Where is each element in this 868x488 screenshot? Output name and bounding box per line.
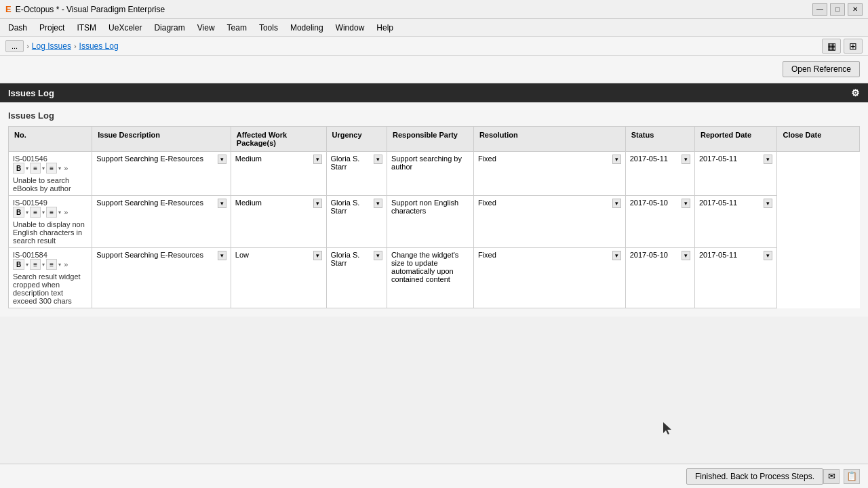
expand-btn[interactable]: » <box>62 164 69 172</box>
cell-affected-2: Support Searching E-Resources▾ <box>92 248 231 308</box>
close-date-value: 2017-05-11 <box>699 199 737 207</box>
breadcrumb-issues-log[interactable]: Issues Log <box>79 41 119 51</box>
table-body: IS-001546 B ▾ ≡ ▾ ≡ ▾ » Unable to search… <box>9 152 860 308</box>
status-dropdown[interactable]: ▾ <box>612 251 621 260</box>
urgency-value: Low <box>235 251 249 259</box>
cell-resolution-2: Change the widget's size to update autom… <box>387 248 474 308</box>
cell-responsible-0: Gloria S. Starr▾ <box>326 152 387 196</box>
menu-item-modeling[interactable]: Modeling <box>285 21 329 35</box>
menu-item-itsm[interactable]: ITSM <box>71 21 102 35</box>
affected-dropdown[interactable]: ▾ <box>218 199 226 208</box>
cell-urgency-1: Medium▾ <box>231 196 326 248</box>
close-date-dropdown[interactable]: ▾ <box>764 199 772 208</box>
breadcrumb-arrow-2: › <box>74 42 77 50</box>
issue-description[interactable]: Unable to display non English characters… <box>13 220 87 245</box>
close-date-value: 2017-05-11 <box>699 155 737 163</box>
cell-no-2: IS-001584 B ▾ ≡ ▾ ≡ ▾ » Search result wi… <box>9 248 92 308</box>
status-dropdown[interactable]: ▾ <box>612 155 621 164</box>
bold-btn[interactable]: B <box>13 259 24 270</box>
close-date-value: 2017-05-11 <box>699 251 737 259</box>
menu-item-diagram[interactable]: Diagram <box>149 21 190 35</box>
breadcrumb-bar: ... › Log Issues › Issues Log ▦ ⊞ <box>0 37 868 56</box>
menu-item-tools[interactable]: Tools <box>254 21 283 35</box>
cell-reported-date-0: 2017-05-11▾ <box>625 152 694 196</box>
format-toolbar: B ▾ ≡ ▾ ≡ ▾ » <box>13 259 87 270</box>
list-btn-2[interactable]: ≡ <box>46 163 57 174</box>
close-button[interactable]: ✕ <box>848 3 863 16</box>
svg-marker-0 <box>663 422 671 434</box>
responsible-dropdown[interactable]: ▾ <box>374 155 382 164</box>
responsible-value: Gloria S. Starr <box>331 251 372 267</box>
expand-btn[interactable]: » <box>62 208 69 216</box>
open-reference-button[interactable]: Open Reference <box>783 61 860 77</box>
email-icon[interactable]: ✉ <box>823 469 840 484</box>
list-btn-1[interactable]: ≡ <box>30 163 41 174</box>
issue-id: IS-001546 <box>13 155 87 163</box>
menu-item-window[interactable]: Window <box>330 21 370 35</box>
reported-date-dropdown[interactable]: ▾ <box>682 251 690 260</box>
breadcrumb-ellipsis[interactable]: ... <box>5 40 24 52</box>
col-header-close-date: Close Date <box>777 127 860 152</box>
issue-description[interactable]: Unable to search eBooks by author <box>13 176 87 192</box>
app-icon: E <box>5 4 12 14</box>
finished-button[interactable]: Finished. Back to Process Steps. <box>686 468 823 485</box>
status-value: Fixed <box>478 155 496 163</box>
menu-item-view[interactable]: View <box>192 21 220 35</box>
menu-item-team[interactable]: Team <box>222 21 252 35</box>
affected-dropdown[interactable]: ▾ <box>218 155 226 164</box>
titlebar: E E-Octopus * - Visual Paradigm Enterpri… <box>0 0 868 19</box>
responsible-dropdown[interactable]: ▾ <box>374 251 382 260</box>
menubar: DashProjectITSMUeXcelerDiagramViewTeamTo… <box>0 19 868 37</box>
bold-btn[interactable]: B <box>13 207 24 218</box>
cell-no-0: IS-001546 B ▾ ≡ ▾ ≡ ▾ » Unable to search… <box>9 152 92 196</box>
list-btn-1[interactable]: ≡ <box>30 259 41 270</box>
reported-date-dropdown[interactable]: ▾ <box>682 155 690 164</box>
list-btn-1[interactable]: ≡ <box>30 207 41 218</box>
col-header-responsible: Responsible Party <box>387 127 474 152</box>
urgency-value: Medium <box>235 155 262 163</box>
grid-view-icon[interactable]: ▦ <box>822 39 841 54</box>
maximize-button[interactable]: □ <box>830 3 845 16</box>
close-date-dropdown[interactable]: ▾ <box>764 251 772 260</box>
urgency-dropdown[interactable]: ▾ <box>313 155 322 164</box>
menu-item-uexceler[interactable]: UeXceler <box>103 21 147 35</box>
responsible-value: Gloria S. Starr <box>331 199 372 215</box>
reported-date-value: 2017-05-10 <box>630 199 668 207</box>
issue-id: IS-001549 <box>13 199 87 207</box>
issues-log-header-bar: Issues Log ⚙ <box>0 83 868 102</box>
table-row: IS-001546 B ▾ ≡ ▾ ≡ ▾ » Unable to search… <box>9 152 860 196</box>
affected-dropdown[interactable]: ▾ <box>218 251 226 260</box>
bold-btn[interactable]: B <box>13 163 24 174</box>
list-btn-2[interactable]: ≡ <box>46 259 57 270</box>
app-title: E-Octopus * - Visual Paradigm Enterprise <box>16 5 812 14</box>
issue-description[interactable]: Search result widget cropped when descri… <box>13 272 87 305</box>
main-content: Issues Log No. Issue Description Affecte… <box>0 102 868 317</box>
menu-item-dash[interactable]: Dash <box>3 21 33 35</box>
menu-item-help[interactable]: Help <box>371 21 399 35</box>
urgency-dropdown[interactable]: ▾ <box>313 251 322 260</box>
col-header-reported-date: Reported Date <box>694 127 776 152</box>
expand-btn[interactable]: » <box>62 260 69 268</box>
cell-reported-date-2: 2017-05-10▾ <box>625 248 694 308</box>
responsible-dropdown[interactable]: ▾ <box>374 199 382 208</box>
reported-date-dropdown[interactable]: ▾ <box>682 199 690 208</box>
breadcrumb-arrow-1: › <box>26 42 29 50</box>
list-btn-2[interactable]: ≡ <box>46 207 57 218</box>
layout-icon[interactable]: ⊞ <box>844 39 863 54</box>
breadcrumb-log-issues[interactable]: Log Issues <box>32 41 71 51</box>
menu-item-project[interactable]: Project <box>34 21 70 35</box>
col-header-urgency: Urgency <box>326 127 387 152</box>
resolution-value: Change the widget's size to update autom… <box>391 251 458 283</box>
bottom-bar: Finished. Back to Process Steps. ✉ 📋 <box>0 464 868 488</box>
table-row: IS-001549 B ▾ ≡ ▾ ≡ ▾ » Unable to displa… <box>9 196 860 248</box>
issues-log-settings-icon[interactable]: ⚙ <box>851 87 860 98</box>
document-icon[interactable]: 📋 <box>844 469 860 484</box>
urgency-dropdown[interactable]: ▾ <box>313 199 322 208</box>
resolution-value: Support non English characters <box>391 199 458 215</box>
minimize-button[interactable]: — <box>812 3 827 16</box>
status-dropdown[interactable]: ▾ <box>612 199 621 208</box>
close-date-dropdown[interactable]: ▾ <box>764 155 772 164</box>
cell-status-1: Fixed▾ <box>473 196 625 248</box>
breadcrumb-right-icons: ▦ ⊞ <box>822 39 863 54</box>
cell-responsible-2: Gloria S. Starr▾ <box>326 248 387 308</box>
